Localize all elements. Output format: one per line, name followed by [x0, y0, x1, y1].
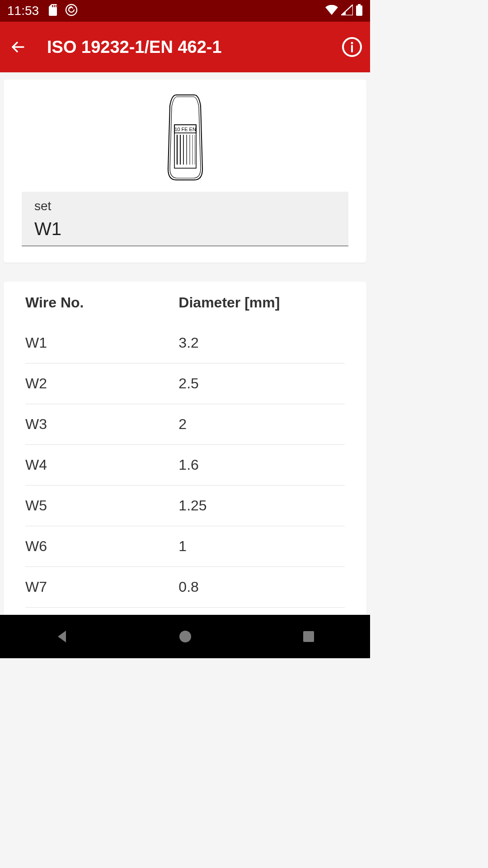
- table-row: W32: [25, 404, 345, 445]
- table-row: W22.5: [25, 363, 345, 404]
- svg-point-20: [179, 631, 191, 642]
- table-row: W61: [25, 526, 345, 567]
- cell-wire: W7: [25, 579, 178, 595]
- svg-text:10 FE EN: 10 FE EN: [174, 127, 196, 132]
- cell-diameter: 1.25: [178, 497, 345, 514]
- svg-rect-1: [54, 5, 55, 7]
- cell-wire: W6: [25, 538, 178, 555]
- nav-recent-button[interactable]: [299, 627, 318, 646]
- wire-table-card: Wire No. Diameter [mm] W13.2W22.5W32W41.…: [4, 282, 366, 620]
- battery-icon: [356, 4, 363, 18]
- svg-point-3: [66, 5, 77, 15]
- cell-wire: W2: [25, 375, 178, 392]
- set-dropdown[interactable]: set W1: [22, 192, 348, 246]
- svg-rect-21: [303, 631, 314, 642]
- table-header: Wire No. Diameter [mm]: [25, 294, 345, 323]
- wifi-icon: [325, 5, 338, 17]
- back-button[interactable]: [7, 36, 29, 58]
- table-row: W41.6: [25, 445, 345, 486]
- set-field-label: set: [34, 199, 336, 213]
- column-header-wire: Wire No.: [25, 294, 178, 311]
- nav-back-button[interactable]: [52, 627, 71, 646]
- cell-wire: W1: [25, 335, 178, 351]
- table-row: W51.25: [25, 486, 345, 526]
- cell-diameter: 2.5: [178, 375, 345, 392]
- svg-point-8: [351, 42, 353, 44]
- svg-rect-4: [358, 4, 361, 5]
- iqi-illustration: 10 FE EN: [22, 92, 348, 183]
- table-row: W70.8: [25, 567, 345, 608]
- cell-diameter: 1.6: [178, 457, 345, 473]
- table-row: W13.2: [25, 323, 345, 363]
- cell-diameter: 3.2: [178, 335, 345, 351]
- cell-diameter: 0.8: [178, 579, 345, 595]
- sd-card-icon: [48, 4, 58, 18]
- app-bar: ISO 19232-1/EN 462-1: [0, 22, 370, 72]
- cell-wire: W3: [25, 416, 178, 433]
- set-field-value: W1: [34, 219, 336, 239]
- column-header-diameter: Diameter [mm]: [178, 294, 345, 311]
- page-title: ISO 19232-1/EN 462-1: [47, 38, 222, 57]
- svg-rect-2: [56, 5, 56, 7]
- cell-diameter: 2: [178, 416, 345, 433]
- set-card: 10 FE EN set W1: [4, 80, 366, 263]
- cell-wire: W5: [25, 497, 178, 514]
- cell-diameter: 1: [178, 538, 345, 555]
- nav-home-button[interactable]: [176, 627, 195, 646]
- info-button[interactable]: [341, 36, 363, 58]
- system-nav-bar: [0, 615, 370, 658]
- cell-signal-icon: [341, 5, 353, 17]
- status-bar: 11:53: [0, 0, 370, 22]
- status-time: 11:53: [7, 4, 39, 18]
- svg-rect-5: [356, 5, 362, 16]
- svg-rect-0: [52, 5, 53, 7]
- no-sync-icon: [65, 4, 78, 18]
- cell-wire: W4: [25, 457, 178, 473]
